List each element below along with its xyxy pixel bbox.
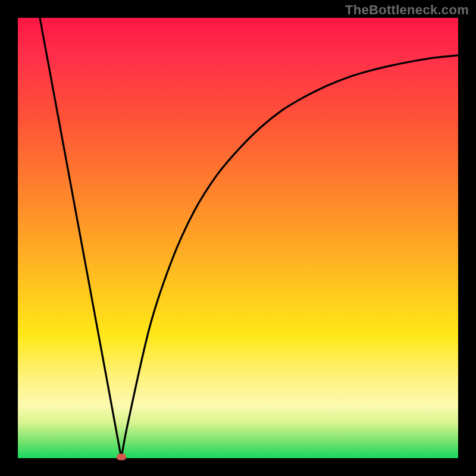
bottleneck-curve [18, 18, 458, 458]
curve-path [40, 18, 458, 458]
plot-area [18, 18, 458, 458]
chart-frame: TheBottleneck.com [0, 0, 476, 476]
minimum-marker [117, 454, 126, 461]
watermark-text: TheBottleneck.com [345, 2, 469, 18]
